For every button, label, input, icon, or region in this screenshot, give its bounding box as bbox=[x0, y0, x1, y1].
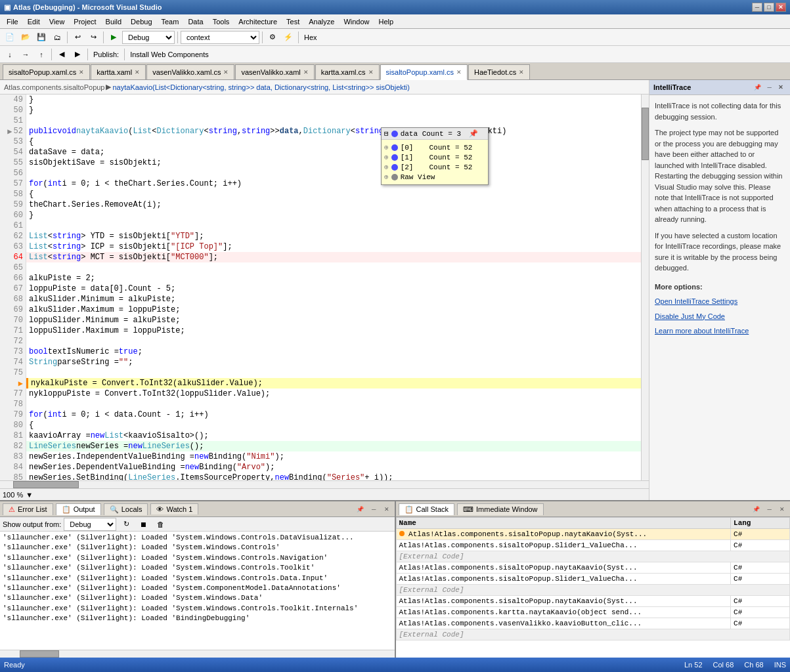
intellitrace-controls[interactable]: 📌 ─ ✕ bbox=[751, 83, 786, 92]
tab-output[interactable]: 📋 Output bbox=[56, 503, 101, 515]
save-all-button[interactable]: 🗂 bbox=[50, 31, 64, 44]
nav-back-button[interactable]: ◀ bbox=[55, 48, 69, 61]
cs-row-1[interactable]: Atlas!Atlas.components.sisaltoPopup.Slid… bbox=[396, 540, 790, 551]
cs-row-2[interactable]: [External Code] bbox=[396, 551, 790, 562]
code-text[interactable]: } } public void naytaKaavio(List<Diction… bbox=[26, 94, 641, 480]
status-ln: Ln 52 bbox=[684, 661, 703, 669]
menu-team[interactable]: Team bbox=[158, 16, 183, 27]
tab-sisaltopopup-1[interactable]: sisaltoPopup.xaml.cs ✕ bbox=[3, 64, 90, 79]
zoom-dropdown[interactable]: ▼ bbox=[26, 491, 33, 499]
cs-minimize[interactable]: ─ bbox=[765, 505, 774, 514]
tab-close-4[interactable]: ✕ bbox=[303, 69, 309, 75]
tab-close-3[interactable]: ✕ bbox=[223, 69, 229, 75]
menu-help[interactable]: Help bbox=[375, 16, 398, 27]
intellitrace-content: IntelliTrace is not collecting data for … bbox=[649, 95, 790, 342]
menu-edit[interactable]: Edit bbox=[24, 16, 44, 27]
tooltip-data-icon bbox=[391, 131, 398, 137]
menu-project[interactable]: Project bbox=[70, 16, 100, 27]
tooltip-row-1-icon bbox=[391, 154, 398, 161]
toolbar-extra1[interactable]: ⚙ bbox=[265, 31, 280, 44]
tab-vasenvalikko-xaml[interactable]: vasenValikko.xaml ✕ bbox=[235, 64, 314, 79]
tab-kartta-cs[interactable]: kartta.xaml.cs ✕ bbox=[315, 64, 380, 79]
cs-row-5[interactable]: [External Code] bbox=[396, 585, 790, 596]
sep4 bbox=[262, 32, 263, 43]
link-open-settings[interactable]: Open IntelliTrace Settings bbox=[655, 297, 737, 305]
vscroll-thumb[interactable] bbox=[642, 108, 649, 160]
title-bar-controls[interactable]: ─ □ ✕ bbox=[752, 3, 786, 12]
step-over-button[interactable]: → bbox=[18, 48, 33, 61]
tab-error-list[interactable]: ⚠ Error List bbox=[3, 503, 53, 515]
tab-locals[interactable]: 🔍 Locals bbox=[104, 503, 148, 515]
output-hscroll-thumb[interactable] bbox=[20, 650, 59, 658]
tab-close-1[interactable]: ✕ bbox=[79, 69, 84, 75]
tab-close-7[interactable]: ✕ bbox=[519, 69, 524, 75]
toolbar-extra2[interactable]: ⚡ bbox=[281, 31, 296, 44]
breadcrumb-class: Atlas.components.sisaltoPopup bbox=[4, 83, 104, 91]
cs-row-8[interactable]: Atlas!Atlas.components.vasenValikko.kaav… bbox=[396, 618, 790, 629]
output-clear-button[interactable]: 🗑 bbox=[153, 518, 167, 531]
code-vscroll[interactable] bbox=[641, 94, 649, 480]
link-learn-more[interactable]: Learn more about IntelliTrace bbox=[655, 327, 749, 335]
code-content-area[interactable]: 49 50 51 ▶ 52 53 54 55 56 57 58 59 60 61… bbox=[0, 94, 649, 480]
output-stop-button[interactable]: ⏹ bbox=[136, 518, 150, 531]
step-into-button[interactable]: ↓ bbox=[3, 48, 17, 61]
tab-close-5[interactable]: ✕ bbox=[368, 69, 374, 75]
tooltip-collapse-icon[interactable]: ⊟ bbox=[384, 129, 389, 138]
tab-close-6[interactable]: ✕ bbox=[456, 69, 462, 75]
restore-button[interactable]: □ bbox=[764, 3, 774, 12]
menu-debug[interactable]: Debug bbox=[127, 16, 156, 27]
minimize-button[interactable]: ─ bbox=[752, 3, 762, 12]
intellitrace-pin[interactable]: 📌 bbox=[751, 83, 764, 92]
tab-immediate[interactable]: ⌨ Immediate Window bbox=[457, 503, 544, 515]
tab-watch1[interactable]: 👁 Watch 1 bbox=[150, 503, 198, 514]
menu-test[interactable]: Test bbox=[282, 16, 303, 27]
new-project-button[interactable]: 📄 bbox=[3, 31, 17, 44]
step-out-button[interactable]: ↑ bbox=[34, 48, 49, 61]
cs-close[interactable]: ✕ bbox=[777, 505, 787, 514]
close-button[interactable]: ✕ bbox=[776, 3, 786, 12]
menu-file[interactable]: File bbox=[3, 16, 22, 27]
cs-row-6[interactable]: Atlas!Atlas.components.sisaltoPopup.nayt… bbox=[396, 596, 790, 607]
link-disable-jmc[interactable]: Disable Just My Code bbox=[655, 312, 725, 320]
undo-button[interactable]: ↩ bbox=[70, 31, 85, 44]
cs-row-0[interactable]: Atlas!Atlas.components.sisaltoPopup.nayt… bbox=[396, 529, 790, 540]
output-pin[interactable]: 📌 bbox=[354, 505, 366, 514]
output-close[interactable]: ✕ bbox=[382, 505, 392, 514]
menu-analyze[interactable]: Analyze bbox=[305, 16, 338, 27]
redo-button[interactable]: ↪ bbox=[86, 31, 100, 44]
menu-view[interactable]: View bbox=[45, 16, 69, 27]
menu-build[interactable]: Build bbox=[102, 16, 125, 27]
output-refresh-button[interactable]: ↻ bbox=[119, 518, 133, 531]
menu-tools[interactable]: Tools bbox=[209, 16, 234, 27]
nav-fwd-button[interactable]: ▶ bbox=[70, 48, 85, 61]
save-button[interactable]: 💾 bbox=[34, 31, 49, 44]
tooltip-pin-icon[interactable]: 📌 bbox=[469, 129, 478, 138]
tab-vasenvalikko-cs[interactable]: vasenValikko.xaml.cs ✕ bbox=[146, 64, 234, 79]
cs-row-4[interactable]: Atlas!Atlas.components.sisaltoPopup.Slid… bbox=[396, 574, 790, 585]
output-source-dropdown[interactable]: Debug bbox=[64, 518, 116, 531]
menu-window[interactable]: Window bbox=[340, 16, 373, 27]
cs-row-9[interactable]: [External Code] bbox=[396, 629, 790, 640]
intellitrace-close[interactable]: ✕ bbox=[776, 83, 786, 92]
tab-sisaltopopup-active[interactable]: sisaltoPopup.xaml.cs ✕ bbox=[380, 64, 468, 80]
output-toolbar: Show output from: Debug ↻ ⏹ 🗑 bbox=[0, 517, 395, 532]
cs-row-7[interactable]: Atlas!Atlas.components.kartta.naytaKaavi… bbox=[396, 607, 790, 618]
cs-pin[interactable]: 📌 bbox=[750, 505, 762, 514]
menu-data[interactable]: Data bbox=[184, 16, 207, 27]
debug-config-dropdown[interactable]: Debug bbox=[122, 31, 175, 44]
tab-close-2[interactable]: ✕ bbox=[135, 69, 140, 75]
tab-kartta[interactable]: kartta.xaml ✕ bbox=[91, 64, 146, 79]
menu-architecture[interactable]: Architecture bbox=[234, 16, 281, 27]
tab-callstack[interactable]: 📋 Call Stack bbox=[399, 503, 455, 515]
cs-row-3[interactable]: Atlas!Atlas.components.sisaltoPopup.nayt… bbox=[396, 562, 790, 574]
tab-haetiedot[interactable]: HaeTiedot.cs ✕ bbox=[468, 64, 530, 79]
continue-button[interactable]: ▶ bbox=[106, 31, 121, 44]
callstack-table: Name Lang Atlas!Atlas.components.sisalto… bbox=[396, 517, 791, 640]
hscroll-thumb[interactable] bbox=[13, 481, 79, 488]
output-minimize[interactable]: ─ bbox=[369, 505, 378, 514]
context-dropdown[interactable]: context bbox=[181, 31, 259, 44]
open-button[interactable]: 📂 bbox=[18, 31, 33, 44]
output-hscroll[interactable] bbox=[0, 650, 395, 658]
intellitrace-minimize[interactable]: ─ bbox=[765, 83, 774, 92]
code-hscroll[interactable] bbox=[0, 480, 649, 488]
